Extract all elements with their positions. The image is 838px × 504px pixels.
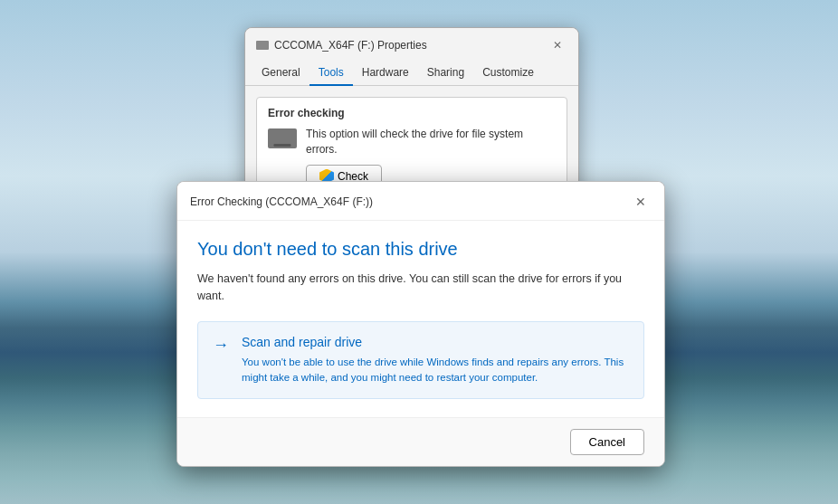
ec-footer: Cancel bbox=[177, 417, 664, 466]
scan-repair-title: Scan and repair drive bbox=[242, 335, 629, 349]
ec-cancel-button[interactable]: Cancel bbox=[570, 429, 644, 455]
tab-tools[interactable]: Tools bbox=[309, 61, 353, 86]
scan-repair-option[interactable]: → Scan and repair drive You won't be abl… bbox=[197, 321, 644, 400]
error-checking-row: This option will check the drive for fil… bbox=[268, 127, 556, 188]
properties-tabs: General Tools Hardware Sharing Customize bbox=[245, 61, 578, 86]
properties-titlebar: CCCOMA_X64F (F:) Properties ✕ bbox=[245, 28, 578, 61]
ec-body: You don't need to scan this drive We hav… bbox=[177, 221, 664, 417]
ec-titlebar: Error Checking (CCCOMA_X64F (F:)) ✕ bbox=[177, 182, 664, 221]
error-checking-dialog: Error Checking (CCCOMA_X64F (F:)) ✕ You … bbox=[176, 181, 665, 467]
error-checking-label: Error checking bbox=[268, 107, 556, 119]
arrow-right-icon: → bbox=[213, 336, 229, 355]
tab-customize[interactable]: Customize bbox=[473, 61, 543, 86]
tab-general[interactable]: General bbox=[252, 61, 309, 86]
titlebar-left: CCCOMA_X64F (F:) Properties bbox=[256, 39, 427, 52]
ec-close-button[interactable]: ✕ bbox=[630, 191, 652, 213]
scan-repair-content: Scan and repair drive You won't be able … bbox=[242, 335, 629, 386]
drive-icon bbox=[256, 41, 269, 50]
properties-title: CCCOMA_X64F (F:) Properties bbox=[274, 39, 427, 52]
tab-hardware[interactable]: Hardware bbox=[353, 61, 418, 86]
ec-dialog-title: Error Checking (CCCOMA_X64F (F:)) bbox=[190, 195, 373, 208]
tab-sharing[interactable]: Sharing bbox=[418, 61, 473, 86]
ec-subtitle: We haven't found any errors on this driv… bbox=[197, 271, 644, 305]
ec-heading: You don't need to scan this drive bbox=[197, 239, 644, 260]
properties-close-button[interactable]: ✕ bbox=[548, 35, 567, 55]
drive-icon-medium bbox=[268, 128, 297, 148]
error-checking-description: This option will check the drive for fil… bbox=[306, 127, 556, 157]
scan-repair-description: You won't be able to use the drive while… bbox=[242, 355, 629, 386]
